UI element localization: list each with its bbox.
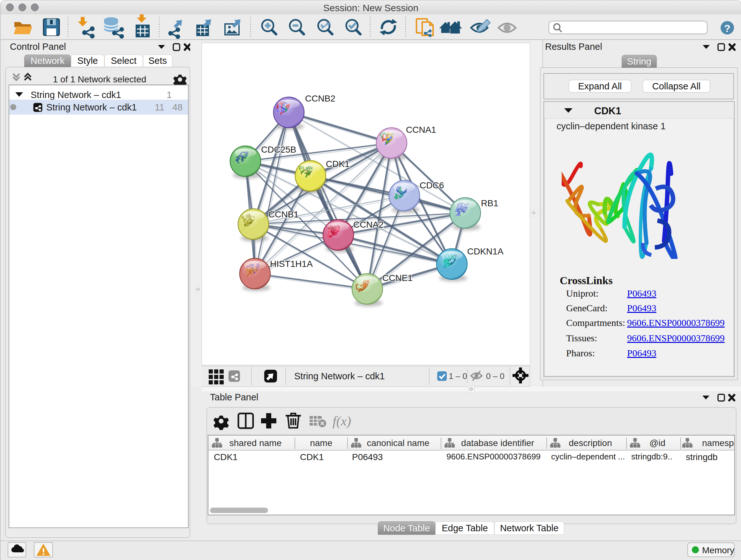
svg-text:CDK1: CDK1 (326, 159, 350, 169)
svg-text:HIST1H1A: HIST1H1A (270, 259, 313, 269)
svg-text:RB1: RB1 (481, 198, 498, 208)
svg-text:namespace: namespace (702, 438, 734, 448)
svg-text:CDC6: CDC6 (420, 180, 444, 190)
svg-text:CCNE1: CCNE1 (382, 273, 413, 283)
svg-text:CDC25B: CDC25B (261, 145, 296, 154)
svg-text:database identifier: database identifier (461, 438, 534, 448)
svg-text:1 – 0: 1 – 0 (449, 371, 467, 381)
svg-text:CDKN1A: CDKN1A (467, 246, 503, 256)
svg-text:CCNB1: CCNB1 (268, 209, 299, 219)
svg-text:CCNA1: CCNA1 (406, 125, 436, 135)
svg-text:canonical name: canonical name (367, 438, 429, 448)
svg-text:f(x): f(x) (333, 414, 351, 429)
svg-text:description: description (569, 438, 612, 448)
svg-text:CCNA2: CCNA2 (353, 220, 384, 230)
svg-text:@id: @id (650, 438, 665, 448)
svg-text:CCNB2: CCNB2 (305, 94, 335, 104)
svg-text:0 – 0: 0 – 0 (486, 371, 504, 381)
svg-text:String Network – cdk1: String Network – cdk1 (294, 371, 385, 381)
svg-text:name: name (310, 438, 332, 448)
svg-text:shared name: shared name (229, 438, 281, 448)
